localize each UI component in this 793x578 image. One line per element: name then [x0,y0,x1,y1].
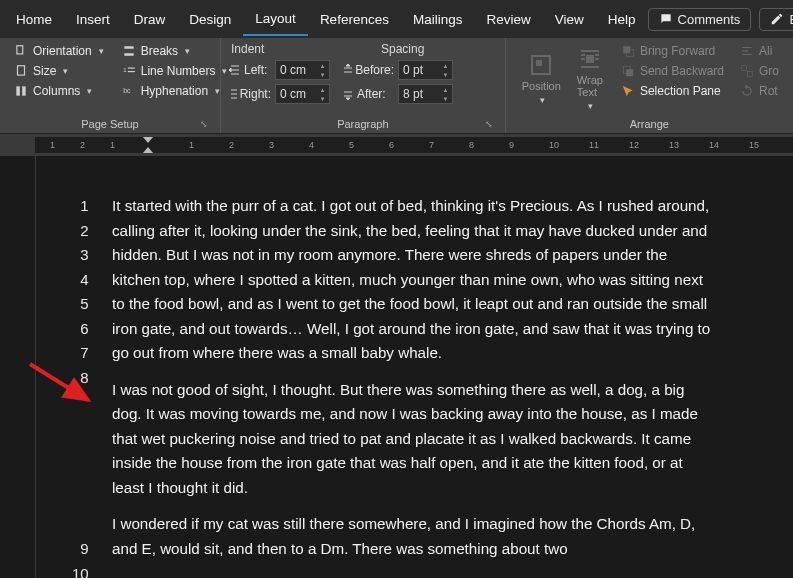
spacing-after-icon [342,88,354,100]
menu-layout[interactable]: Layout [243,3,308,36]
document-body[interactable]: It started with the purr of a cat. I got… [112,194,717,573]
group-icon [740,64,754,78]
line-number-gutter: 12345678910 [72,194,89,578]
menu-view[interactable]: View [543,4,596,35]
paragraph-2[interactable]: I was not good of sight, I thought. But … [112,378,717,501]
ruler-tick: 1 [50,140,55,150]
align-icon [740,44,754,58]
paragraph-dialog-launcher[interactable]: ⤡ [483,119,495,131]
indent-right-input[interactable]: 0 cm▲▼ [275,84,330,104]
line-number: 3 [72,243,89,268]
menu-home[interactable]: Home [4,4,64,35]
indent-right-icon [229,88,237,100]
svg-rect-9 [536,60,542,66]
ruler-tick: 11 [589,140,599,150]
ruler-area: 121123456789101112131415 [0,134,793,156]
hyphenation-icon: bc [122,84,136,98]
breaks-button[interactable]: Breaks ▾ [116,42,234,60]
send-backward-label: Send Backward [640,64,724,78]
spacing-before-label: Before: [342,63,394,77]
page-setup-group-label: Page Setup ⤡ [8,116,212,133]
rotate-button[interactable]: Rot [734,82,785,100]
position-button[interactable]: Position ▾ [514,42,569,116]
menu-help[interactable]: Help [596,4,648,35]
bring-forward-icon [621,44,635,58]
svg-rect-11 [623,46,630,53]
stepper-up[interactable]: ▲ [440,61,451,70]
menu-references[interactable]: References [308,4,401,35]
spacing-after-input[interactable]: 8 pt▲▼ [398,84,453,104]
align-button[interactable]: Ali [734,42,785,60]
svg-rect-6 [128,71,135,72]
size-button[interactable]: Size ▾ [8,62,110,80]
stepper-up[interactable]: ▲ [317,61,328,70]
group-button[interactable]: Gro [734,62,785,80]
line-numbers-button[interactable]: 1 Line Numbers ▾ [116,62,234,80]
stepper-up[interactable]: ▲ [317,85,328,94]
chevron-down-icon: ▾ [99,46,104,56]
hanging-indent-marker[interactable] [143,147,153,153]
line-number: 4 [72,268,89,293]
comment-icon [659,12,673,26]
line-number: 8 [72,366,89,391]
send-backward-button[interactable]: Send Backward [615,62,730,80]
ruler-tick: 15 [749,140,759,150]
line-numbers-label: Line Numbers [141,64,216,78]
ruler-tick: 8 [469,140,474,150]
stepper-down[interactable]: ▼ [317,70,328,79]
bring-forward-label: Bring Forward [640,44,715,58]
line-number [72,513,89,538]
first-line-indent-marker[interactable] [143,137,153,143]
columns-button[interactable]: Columns ▾ [8,82,110,100]
menubar: Home Insert Draw Design Layout Reference… [0,0,793,38]
pencil-icon [770,12,784,26]
hyphenation-button[interactable]: bc Hyphenation ▾ [116,82,234,100]
menu-mailings[interactable]: Mailings [401,4,475,35]
spacing-before-input[interactable]: 0 pt▲▼ [398,60,453,80]
spacing-after-label: After: [342,87,394,101]
align-label: Ali [759,44,772,58]
ruler-tick: 10 [549,140,559,150]
stepper-down[interactable]: ▼ [317,94,328,103]
paragraph-1[interactable]: It started with the purr of a cat. I got… [112,194,717,366]
rotate-icon [740,84,754,98]
wrap-text-icon [578,47,602,71]
document-area[interactable]: 12345678910 It started with the purr of … [0,156,793,578]
menu-draw[interactable]: Draw [122,4,178,35]
page-setup-dialog-launcher[interactable]: ⤡ [198,119,210,131]
stepper-down[interactable]: ▼ [440,94,451,103]
group-arrange: Position ▾ Wrap Text ▾ Bring Forward Sen… [506,38,793,133]
ruler-tick: 6 [389,140,394,150]
selection-pane-button[interactable]: Selection Pane [615,82,730,100]
comments-button[interactable]: Comments [648,8,752,31]
menu-insert[interactable]: Insert [64,4,122,35]
svg-rect-0 [17,46,23,54]
line-number [72,488,89,513]
stepper-up[interactable]: ▲ [440,85,451,94]
line-number: 6 [72,317,89,342]
wrap-text-button[interactable]: Wrap Text ▾ [569,42,611,116]
svg-text:1: 1 [123,67,126,73]
indent-left-input[interactable]: 0 cm▲▼ [275,60,330,80]
bring-forward-button[interactable]: Bring Forward [615,42,730,60]
ruler-tick: 12 [629,140,639,150]
horizontal-ruler[interactable]: 121123456789101112131415 [35,137,793,153]
ruler-tick: 2 [229,140,234,150]
line-numbers-icon: 1 [122,64,136,78]
paragraph-3[interactable]: I wondered if my cat was still there som… [112,512,717,561]
chevron-down-icon: ▾ [185,46,190,56]
editing-mode-button[interactable]: Editing ▾ [759,8,793,31]
svg-rect-5 [128,68,135,69]
svg-rect-10 [586,55,594,63]
menu-review[interactable]: Review [474,4,542,35]
stepper-down[interactable]: ▼ [440,70,451,79]
orientation-button[interactable]: Orientation ▾ [8,42,110,60]
columns-icon [14,84,28,98]
line-number: 7 [72,341,89,366]
chevron-down-icon: ▾ [215,86,220,96]
ruler-tick: 9 [509,140,514,150]
line-number: 5 [72,292,89,317]
indent-right-label: Right: [229,87,271,101]
group-obj-label: Gro [759,64,779,78]
menu-design[interactable]: Design [177,4,243,35]
